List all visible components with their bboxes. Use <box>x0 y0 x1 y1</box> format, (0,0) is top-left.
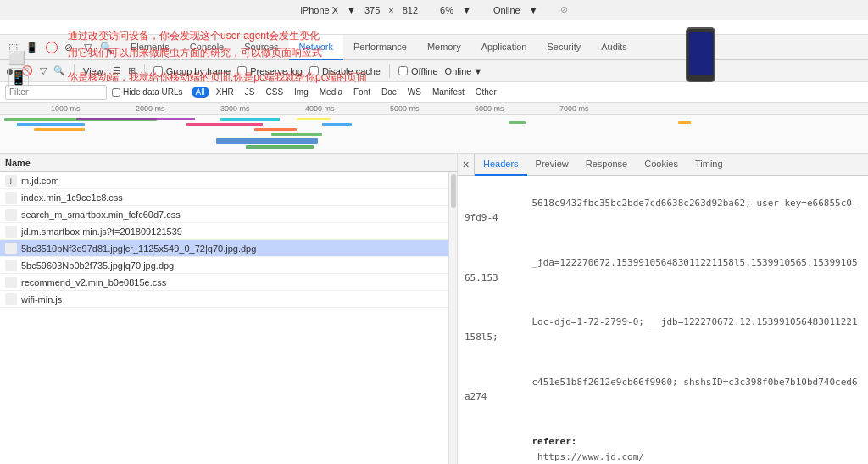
zoom-dropdown-icon[interactable]: ▼ <box>462 5 471 15</box>
devtools-panel: ⬚ 📱 ⊘ ▽ 🔍 Elements Console Sources Netwo… <box>0 35 868 464</box>
favicon-6 <box>5 277 17 288</box>
separator2: × <box>388 5 393 15</box>
details-content: 5618c9432fbc35bc2bde7cd6638c263d92ba62; … <box>458 176 868 464</box>
header-val-3: c451e51b8f2612e9cb66f9960; shshsID=c3c39… <box>465 377 858 403</box>
offline-input[interactable] <box>398 66 408 75</box>
item-name-5: 5bc59603Nb0b2f735.jpg|q70.jpg.dpg <box>21 260 174 271</box>
filter-tags: All XHR JS CSS Img Media Font Doc WS Man… <box>192 87 501 98</box>
hide-data-urls-input[interactable] <box>112 88 120 97</box>
filter-tag-js[interactable]: JS <box>241 87 259 98</box>
network-throttle: Online <box>493 5 520 15</box>
request-item-3[interactable]: jd.m.smartbox.min.js?t=201809121539 <box>0 223 448 240</box>
item-name-1: index.min_1c9ce1c8.css <box>21 193 123 203</box>
separator1: ▼ <box>347 5 356 15</box>
mark-3000: 3000 ms <box>220 104 250 113</box>
mark-1000: 1000 ms <box>51 104 81 113</box>
request-item-4[interactable]: 5bc3510bNf3e97d81.jpg|cr_1125x549_0_72|q… <box>0 240 448 257</box>
network-dropdown-arrow: ▼ <box>473 66 482 76</box>
device-toolbar: iPhone X ▼ 375 × 812 6% ▼ Online ▼ ⊘ <box>0 0 868 20</box>
header-line-referer: referer: https://www.jd.com/ <box>465 420 861 465</box>
offline-label: Offline <box>411 66 438 76</box>
request-item-0[interactable]: j m.jd.com <box>0 172 448 189</box>
no-throttle-icon[interactable]: ⊘ <box>560 4 568 15</box>
network-throttle-value: Online <box>445 66 472 76</box>
filter-tag-other[interactable]: Other <box>471 87 501 98</box>
tab-application[interactable]: Application <box>471 35 537 60</box>
filter-tag-manifest[interactable]: Manifest <box>428 87 469 98</box>
request-item-7[interactable]: wifi-min.js <box>0 291 448 308</box>
header-val-referer: https://www.jd.com/ <box>531 451 643 462</box>
request-items: j m.jd.com index.min_1c9ce1c8.css search… <box>0 172 448 464</box>
request-list-scrollbar[interactable] <box>448 172 457 464</box>
device-toggle-icon[interactable]: 📱 <box>8 68 29 87</box>
favicon-2 <box>5 209 17 221</box>
filter-tag-doc[interactable]: Doc <box>377 87 401 98</box>
filter-tag-ws[interactable]: WS <box>403 87 426 98</box>
hide-data-urls-checkbox[interactable]: Hide data URLs <box>112 87 183 97</box>
favicon-5 <box>5 260 17 271</box>
mark-2000: 2000 ms <box>136 104 165 113</box>
scrollbar-thumb <box>451 174 456 208</box>
viewport-height: 812 <box>403 5 418 15</box>
filter-tag-font[interactable]: Font <box>349 87 375 98</box>
close-details-button[interactable]: × <box>458 154 475 176</box>
favicon-4 <box>5 243 17 254</box>
network-throttle-dropdown[interactable]: Online ▼ <box>445 66 483 76</box>
request-item-2[interactable]: search_m_smartbox.min_fcfc60d7.css <box>0 206 448 223</box>
favicon-3 <box>5 226 17 238</box>
tab-memory[interactable]: Memory <box>417 35 471 60</box>
details-tab-headers[interactable]: Headers <box>475 154 527 176</box>
header-val-0: 5618c9432fbc35bc2bde7cd6638c263d92ba62; … <box>465 198 858 224</box>
details-tab-preview[interactable]: Preview <box>527 154 577 176</box>
record-icon[interactable] <box>46 42 58 53</box>
network-dropdown-icon[interactable]: ▼ <box>529 5 538 15</box>
timeline-area: 1000 ms 2000 ms 3000 ms 4000 ms 5000 ms … <box>0 103 868 154</box>
details-tab-response[interactable]: Response <box>577 154 637 176</box>
phone-screen <box>689 32 713 75</box>
annotation-line3 <box>68 62 367 69</box>
tab-security[interactable]: Security <box>537 35 591 60</box>
item-name-3: jd.m.smartbox.min.js?t=201809121539 <box>21 226 182 237</box>
item-name-6: recommend_v2.min_b0e0815e.css <box>21 277 166 288</box>
devtools-toggle-icon[interactable]: ⬜ <box>8 50 29 66</box>
name-column-header: Name <box>5 158 452 168</box>
annotation-block: 通过改变访问设备，你会发现这个user-agent会发生变化 用它我们可以用来做… <box>68 27 367 86</box>
zoom-level: 6% <box>440 5 453 15</box>
mark-6000: 6000 ms <box>475 104 504 113</box>
header-line-2: Loc-djd=1-72-2799-0; __jdb=122270672.12.… <box>465 300 861 360</box>
header-val-2: Loc-djd=1-72-2799-0; __jdb=122270672.12.… <box>465 316 858 343</box>
filter-network-icon[interactable]: ▽ <box>40 65 47 76</box>
device-name: iPhone X <box>300 5 338 15</box>
phone-image <box>686 27 715 82</box>
item-name-7: wifi-min.js <box>21 294 62 305</box>
filter-tag-xhr[interactable]: XHR <box>212 87 238 98</box>
request-list: Name j m.jd.com index.min_1c9ce1c8.css <box>0 154 458 464</box>
details-tab-timing[interactable]: Timing <box>687 154 732 176</box>
toolbar-sep3 <box>389 64 390 78</box>
offline-checkbox[interactable]: Offline <box>398 66 438 76</box>
favicon-1 <box>5 192 17 204</box>
search-network-icon[interactable]: 🔍 <box>53 65 65 76</box>
filter-tag-all[interactable]: All <box>192 87 209 98</box>
network-split: Name j m.jd.com index.min_1c9ce1c8.css <box>0 154 868 464</box>
timeline-ruler: 1000 ms 2000 ms 3000 ms 4000 ms 5000 ms … <box>0 103 868 115</box>
mark-4000: 4000 ms <box>305 104 335 113</box>
annotation-line1: 通过改变访问设备，你会发现这个user-agent会发生变化 <box>68 27 367 44</box>
item-name-0: m.jd.com <box>21 176 59 186</box>
request-item-1[interactable]: index.min_1c9ce1c8.css <box>0 189 448 206</box>
details-tab-cookies[interactable]: Cookies <box>636 154 687 176</box>
details-panel: × Headers Preview Response Cookies Timin… <box>458 154 868 464</box>
filter-tag-css[interactable]: CSS <box>262 87 288 98</box>
viewport-width: 375 <box>364 5 380 15</box>
filter-tag-media[interactable]: Media <box>315 87 347 98</box>
favicon-7 <box>5 293 17 305</box>
favicon-0: j <box>5 175 17 187</box>
request-item-5[interactable]: 5bc59603Nb0b2f735.jpg|q70.jpg.dpg <box>0 257 448 274</box>
header-line-1: _jda=122270672.153991056483011221158l5.1… <box>465 240 861 299</box>
filter-tag-img[interactable]: Img <box>290 87 313 98</box>
request-item-6[interactable]: recommend_v2.min_b0e0815e.css <box>0 274 448 291</box>
details-tab-bar: × Headers Preview Response Cookies Timin… <box>458 154 868 176</box>
header-line-3: c451e51b8f2612e9cb66f9960; shshsID=c3c39… <box>465 360 861 419</box>
annotation-line4: 你是移动端，我就给你移动端的页面,你是pc端我就给你pc端的页面 <box>68 69 367 86</box>
tab-audits[interactable]: Audits <box>591 35 637 60</box>
